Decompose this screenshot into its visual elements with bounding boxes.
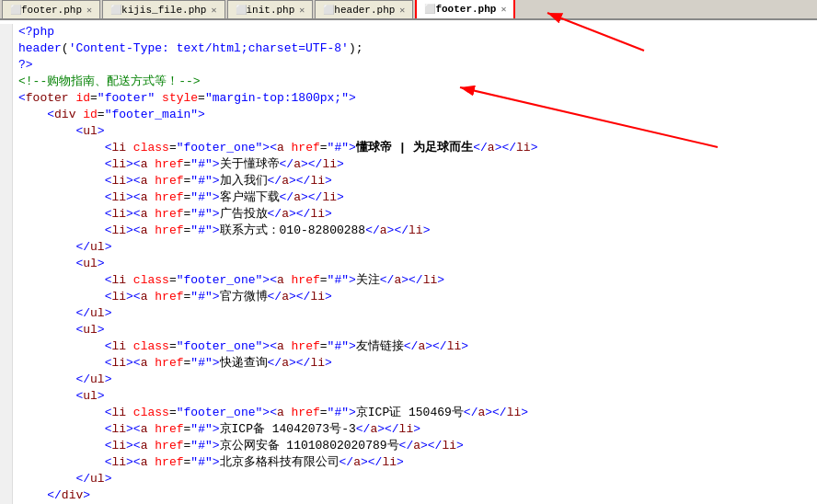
tab-bar: ⬜ footer.php ✕ ⬜ kijis_file.php ✕ ⬜ init… xyxy=(0,0,817,20)
tab-label-1: footer.php xyxy=(21,5,82,16)
code-line-15: <ul> xyxy=(0,256,817,272)
code-line-9: <li><a href="#">关于懂球帝</a></li> xyxy=(0,156,817,173)
php-icon-3: ⬜ xyxy=(236,5,247,16)
code-line-25: <li><a href="#">京ICP备 14042073号-3</a></l… xyxy=(0,421,817,438)
code-line-27: <li><a href="#">北京多格科技有限公司</a></li> xyxy=(0,454,817,471)
tab-label-3: init.php xyxy=(247,5,295,16)
line-code-12: <li><a href="#">广告投放</a></li> xyxy=(13,206,332,223)
line-number-2 xyxy=(0,40,13,57)
tab-close-1[interactable]: ✕ xyxy=(86,5,92,16)
code-line-1: <?php xyxy=(0,24,817,40)
code-line-12: <li><a href="#">广告投放</a></li> xyxy=(0,206,817,223)
line-code-16: <li class="footer_one"><a href="#">关注</a… xyxy=(13,272,444,289)
line-code-23: <ul> xyxy=(13,388,105,405)
php-icon-2: ⬜ xyxy=(110,5,121,16)
line-code-21: <li><a href="#">快递查询</a></li> xyxy=(13,355,332,372)
code-line-10: <li><a href="#">加入我们</a></li> xyxy=(0,173,817,189)
line-code-11: <li><a href="#">客户端下载</a></li> xyxy=(13,189,344,206)
line-number-5 xyxy=(0,90,13,107)
line-code-7: <ul> xyxy=(13,123,105,140)
line-number-24 xyxy=(0,405,13,421)
code-line-29: </div> xyxy=(0,487,817,504)
line-code-9: <li><a href="#">关于懂球帝</a></li> xyxy=(13,156,344,173)
line-code-8: <li class="footer_one"><a href="#">懂球帝 |… xyxy=(13,140,537,156)
line-code-10: <li><a href="#">加入我们</a></li> xyxy=(13,173,332,189)
php-icon-4: ⬜ xyxy=(323,5,334,16)
code-line-28: </ul> xyxy=(0,471,817,487)
line-code-18: </ul> xyxy=(13,305,111,322)
line-code-19: <ul> xyxy=(13,322,105,338)
tab-label-4: header.php xyxy=(334,5,395,16)
tab-kijis-file[interactable]: ⬜ kijis_file.php ✕ xyxy=(102,0,224,18)
code-line-13: <li><a href="#">联系方式：010-82800288</a></l… xyxy=(0,223,817,239)
code-line-21: <li><a href="#">快递查询</a></li> xyxy=(0,355,817,372)
line-number-19 xyxy=(0,322,13,338)
php-icon-5: ⬜ xyxy=(424,4,435,15)
line-code-2: header('Content-Type: text/html;charset=… xyxy=(13,40,362,57)
code-line-16: <li class="footer_one"><a href="#">关注</a… xyxy=(0,272,817,289)
code-line-3: ?> xyxy=(0,57,817,74)
code-line-20: <li class="footer_one"><a href="#">友情链接<… xyxy=(0,338,817,355)
line-code-6: <div id="footer_main"> xyxy=(13,107,205,123)
line-code-25: <li><a href="#">京ICP备 14042073号-3</a></l… xyxy=(13,421,420,438)
line-code-14: </ul> xyxy=(13,239,111,256)
tab-header-php[interactable]: ⬜ header.php ✕ xyxy=(315,0,413,18)
line-number-8 xyxy=(0,140,13,156)
line-code-17: <li><a href="#">官方微博</a></li> xyxy=(13,289,332,305)
line-number-20 xyxy=(0,338,13,355)
tab-close-4[interactable]: ✕ xyxy=(399,5,405,16)
code-line-4: <!--购物指南、配送方式等！--> xyxy=(0,74,817,90)
tab-label-2: kijis_file.php xyxy=(121,5,206,16)
line-number-9 xyxy=(0,156,13,173)
tab-footer-php-2[interactable]: ⬜ footer.php ✕ xyxy=(415,0,515,18)
code-line-8: <li class="footer_one"><a href="#">懂球帝 |… xyxy=(0,140,817,156)
code-line-22: </ul> xyxy=(0,372,817,388)
tab-footer-php-1[interactable]: ⬜ footer.php ✕ xyxy=(2,0,100,18)
line-code-26: <li><a href="#">京公网安备 11010802020789号</a… xyxy=(13,438,464,454)
line-number-4 xyxy=(0,74,13,90)
line-number-22 xyxy=(0,372,13,388)
line-number-3 xyxy=(0,57,13,74)
line-number-17 xyxy=(0,289,13,305)
line-code-1: <?php xyxy=(13,24,54,40)
code-line-18: </ul> xyxy=(0,305,817,322)
line-code-15: <ul> xyxy=(13,256,105,272)
line-number-23 xyxy=(0,388,13,405)
line-number-7 xyxy=(0,123,13,140)
code-line-5: <footer id="footer" style="margin-top:18… xyxy=(0,90,817,107)
line-code-29: </div> xyxy=(13,487,90,504)
code-line-26: <li><a href="#">京公网安备 11010802020789号</a… xyxy=(0,438,817,454)
tab-close-5[interactable]: ✕ xyxy=(501,4,506,15)
line-number-21 xyxy=(0,355,13,372)
line-number-6 xyxy=(0,107,13,123)
tab-init-php[interactable]: ⬜ init.php ✕ xyxy=(227,0,314,18)
tab-close-2[interactable]: ✕ xyxy=(211,5,216,16)
line-code-13: <li><a href="#">联系方式：010-82800288</a></l… xyxy=(13,223,430,239)
code-line-14: </ul> xyxy=(0,239,817,256)
line-code-4: <!--购物指南、配送方式等！--> xyxy=(13,74,201,90)
line-code-24: <li class="footer_one"><a href="#">京ICP证… xyxy=(13,405,528,421)
line-number-1 xyxy=(0,24,13,40)
line-number-13 xyxy=(0,223,13,239)
code-editor: <?php header('Content-Type: text/html;ch… xyxy=(0,20,817,504)
line-code-20: <li class="footer_one"><a href="#">友情链接<… xyxy=(13,338,468,355)
line-number-10 xyxy=(0,173,13,189)
php-icon-1: ⬜ xyxy=(10,5,21,16)
code-line-24: <li class="footer_one"><a href="#">京ICP证… xyxy=(0,405,817,421)
code-line-23: <ul> xyxy=(0,388,817,405)
code-line-17: <li><a href="#">官方微博</a></li> xyxy=(0,289,817,305)
code-line-6: <div id="footer_main"> xyxy=(0,107,817,123)
tab-close-3[interactable]: ✕ xyxy=(299,5,305,16)
code-line-2: header('Content-Type: text/html;charset=… xyxy=(0,40,817,57)
line-code-22: </ul> xyxy=(13,372,111,388)
line-number-12 xyxy=(0,206,13,223)
code-line-7: <ul> xyxy=(0,123,817,140)
line-code-27: <li><a href="#">北京多格科技有限公司</a></li> xyxy=(13,454,404,471)
line-number-15 xyxy=(0,256,13,272)
line-number-16 xyxy=(0,272,13,289)
line-number-26 xyxy=(0,438,13,454)
tab-label-5: footer.php xyxy=(435,4,496,15)
line-number-27 xyxy=(0,454,13,471)
line-number-28 xyxy=(0,471,13,487)
code-line-11: <li><a href="#">客户端下载</a></li> xyxy=(0,189,817,206)
